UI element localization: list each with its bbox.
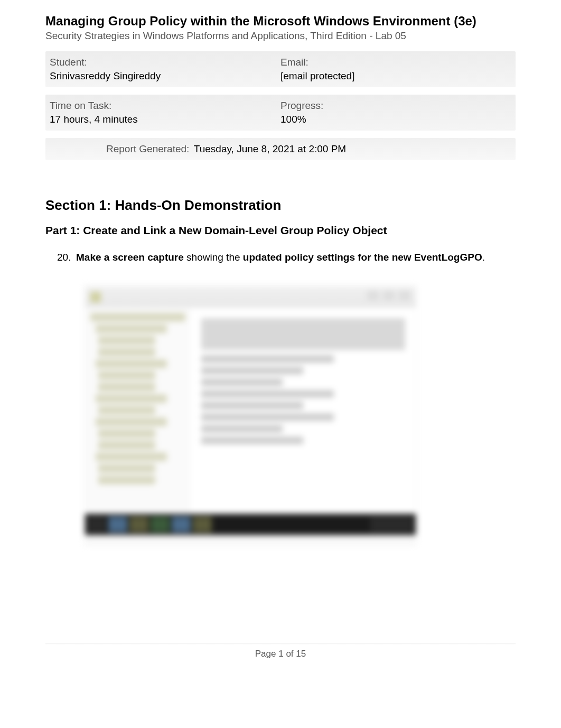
policy-row bbox=[201, 402, 303, 409]
window-body bbox=[85, 308, 416, 514]
tree-item bbox=[98, 476, 155, 484]
taskbar-app-icon bbox=[108, 517, 127, 532]
tree-item bbox=[98, 441, 155, 449]
taskbar-app-icon bbox=[172, 517, 191, 532]
tree-panel bbox=[85, 308, 191, 514]
progress-value: 100% bbox=[280, 114, 511, 125]
taskbar-tray bbox=[214, 517, 368, 532]
tree-item bbox=[96, 325, 167, 333]
tree-item bbox=[98, 371, 155, 380]
tree-item bbox=[98, 336, 155, 345]
policy-row bbox=[201, 413, 334, 421]
policy-row bbox=[201, 390, 334, 398]
policy-row bbox=[201, 425, 283, 432]
taskbar-app-icon bbox=[193, 517, 212, 532]
tree-item bbox=[96, 360, 167, 368]
policy-row bbox=[201, 367, 303, 374]
tree-item bbox=[98, 383, 155, 391]
task-end: . bbox=[482, 252, 485, 263]
task-info-block: Time on Task: 17 hours, 4 minutes Progre… bbox=[45, 95, 516, 131]
policy-row bbox=[201, 355, 334, 363]
progress-label: Progress: bbox=[280, 100, 511, 112]
task-bold2: updated policy settings for the new Even… bbox=[243, 252, 482, 263]
taskbar bbox=[85, 514, 416, 535]
app-icon bbox=[90, 292, 101, 302]
task-number: 20. bbox=[57, 251, 76, 265]
tree-item bbox=[98, 348, 155, 356]
time-label: Time on Task: bbox=[50, 100, 280, 112]
student-value: Srinivasreddy Singireddy bbox=[50, 70, 280, 82]
student-info-block: Student: Srinivasreddy Singireddy Email:… bbox=[45, 51, 516, 87]
info-row: Student: Srinivasreddy Singireddy Email:… bbox=[50, 57, 511, 82]
settings-header bbox=[201, 318, 405, 350]
task-mid: showing the bbox=[184, 252, 243, 263]
info-row: Time on Task: 17 hours, 4 minutes Progre… bbox=[50, 100, 511, 125]
tree-item bbox=[90, 313, 185, 321]
taskbar-app-icon bbox=[151, 517, 170, 532]
task-item: 20. Make a screen capture showing the up… bbox=[57, 251, 516, 265]
tree-item bbox=[98, 406, 155, 414]
progress-cell: Progress: 100% bbox=[280, 100, 511, 125]
tree-item bbox=[96, 394, 167, 403]
report-generated-value: Tuesday, June 8, 2021 at 2:00 PM bbox=[194, 143, 346, 154]
window-titlebar bbox=[85, 287, 416, 308]
tree-item bbox=[98, 429, 155, 438]
task-bold1: Make a screen capture bbox=[76, 252, 184, 263]
main-panel bbox=[191, 308, 416, 514]
time-cell: Time on Task: 17 hours, 4 minutes bbox=[50, 100, 280, 125]
page-title: Managing Group Policy within the Microso… bbox=[45, 13, 516, 29]
tree-item bbox=[96, 418, 167, 426]
taskbar-clock bbox=[370, 517, 413, 532]
minimize-icon bbox=[367, 291, 379, 300]
email-cell: Email: [email protected] bbox=[280, 57, 511, 82]
page-subtitle: Security Strategies in Windows Platforms… bbox=[45, 30, 516, 42]
email-label: Email: bbox=[280, 57, 511, 68]
report-generated-label: Report Generated: bbox=[106, 143, 189, 154]
student-cell: Student: Srinivasreddy Singireddy bbox=[50, 57, 280, 82]
part-heading: Part 1: Create and Link a New Domain-Lev… bbox=[45, 224, 516, 237]
start-button-icon bbox=[88, 517, 106, 532]
tree-item bbox=[96, 453, 167, 461]
window-controls bbox=[367, 291, 410, 300]
policy-row bbox=[201, 437, 303, 444]
footer-divider bbox=[45, 643, 516, 644]
document-page: Managing Group Policy within the Microso… bbox=[0, 0, 561, 545]
screenshot-image bbox=[85, 286, 416, 545]
page-number: Page 1 of 15 bbox=[255, 649, 306, 659]
time-value: 17 hours, 4 minutes bbox=[50, 114, 280, 125]
taskbar-app-icon bbox=[129, 517, 148, 532]
maximize-icon bbox=[383, 291, 395, 300]
tree-item bbox=[98, 464, 155, 473]
page-footer: Page 1 of 15 bbox=[0, 638, 561, 659]
section-heading: Section 1: Hands-On Demonstration bbox=[45, 197, 516, 214]
report-generated-block: Report Generated: Tuesday, June 8, 2021 … bbox=[45, 138, 516, 160]
policy-row bbox=[201, 379, 283, 386]
student-label: Student: bbox=[50, 57, 280, 68]
close-icon bbox=[399, 291, 410, 300]
task-text: Make a screen capture showing the update… bbox=[76, 251, 516, 265]
email-value: [email protected] bbox=[280, 70, 511, 82]
